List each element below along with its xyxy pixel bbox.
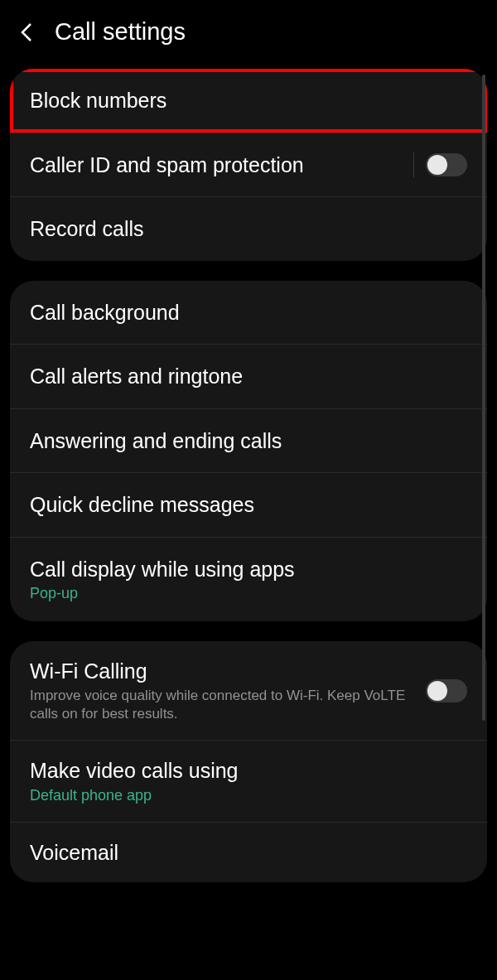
row-content: Call background [30, 299, 467, 326]
row-title: Block numbers [30, 87, 467, 114]
row-caller-id-spam[interactable]: Caller ID and spam protection [10, 133, 487, 198]
row-title: Quick decline messages [30, 491, 467, 519]
row-record-calls[interactable]: Record calls [10, 197, 487, 261]
page-title: Call settings [55, 18, 186, 46]
row-wifi-calling[interactable]: Wi-Fi Calling Improve voice quality whil… [10, 641, 487, 741]
row-title: Caller ID and spam protection [30, 152, 413, 179]
highlight-box: Block numbers [10, 69, 487, 133]
row-voicemail[interactable]: Voicemail [10, 823, 487, 883]
row-content: Caller ID and spam protection [30, 152, 413, 179]
row-title: Record calls [30, 215, 467, 243]
settings-group-3: Wi-Fi Calling Improve voice quality whil… [10, 641, 487, 882]
row-subtitle: Pop-up [30, 584, 467, 603]
scrollbar[interactable] [482, 75, 485, 721]
row-answering-ending[interactable]: Answering and ending calls [10, 409, 487, 474]
row-call-background[interactable]: Call background [10, 281, 487, 345]
row-content: Make video calls using Default phone app [30, 757, 467, 805]
row-call-alerts[interactable]: Call alerts and ringtone [10, 345, 487, 409]
back-icon[interactable] [15, 21, 38, 44]
row-title: Make video calls using [30, 757, 467, 784]
row-content: Call alerts and ringtone [30, 363, 467, 390]
row-title: Answering and ending calls [30, 427, 467, 455]
row-content: Answering and ending calls [30, 427, 467, 455]
row-content: Record calls [30, 215, 467, 243]
toggle-divider [413, 152, 414, 177]
toggle-knob [427, 155, 447, 175]
row-quick-decline[interactable]: Quick decline messages [10, 473, 487, 538]
row-title: Call display while using apps [30, 556, 467, 583]
toggle-knob [427, 681, 447, 701]
toggle-caller-id[interactable] [426, 153, 467, 176]
row-title: Wi-Fi Calling [30, 658, 426, 685]
row-content: Call display while using apps Pop-up [30, 556, 467, 604]
row-title: Call background [30, 299, 467, 326]
row-subtitle: Default phone app [30, 786, 467, 805]
row-video-calls[interactable]: Make video calls using Default phone app [10, 741, 487, 823]
row-content: Quick decline messages [30, 491, 467, 519]
row-title: Voicemail [30, 839, 467, 867]
row-title: Call alerts and ringtone [30, 363, 467, 390]
row-content: Voicemail [30, 839, 467, 867]
header: Call settings [0, 0, 497, 69]
settings-group-2: Call background Call alerts and ringtone… [10, 281, 487, 622]
settings-group-1: Block numbers Caller ID and spam protect… [10, 69, 487, 261]
row-call-display[interactable]: Call display while using apps Pop-up [10, 538, 487, 622]
toggle-wifi-calling[interactable] [426, 679, 467, 702]
row-content: Wi-Fi Calling Improve voice quality whil… [30, 658, 426, 723]
row-block-numbers[interactable]: Block numbers [10, 69, 487, 133]
row-subtitle: Improve voice quality while connected to… [30, 687, 426, 723]
